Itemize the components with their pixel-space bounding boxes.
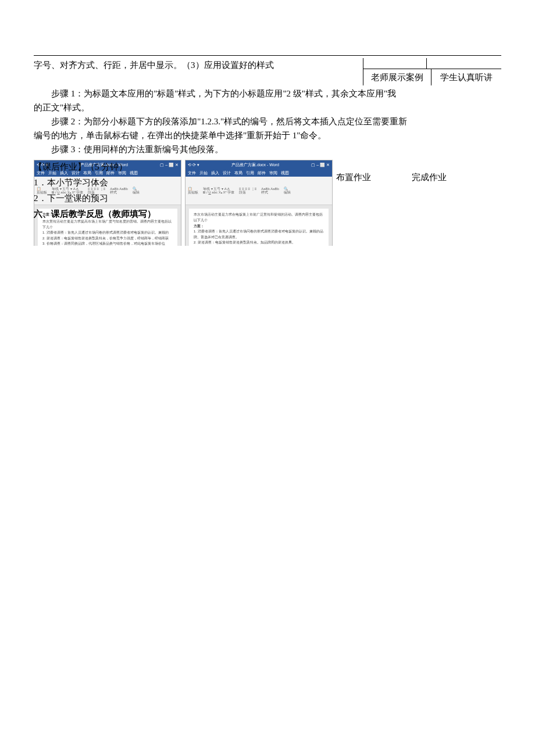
steps-block: 步骤 1：为标题文本应用的"标题"样式，为下方的小标题应用"2 级"样式，其余文…	[34, 87, 501, 156]
homework-side: 布置作业 完成作业	[336, 160, 501, 184]
finish-homework: 完成作业	[412, 170, 476, 184]
reflection-heading: 六、课后教学反思（教师填写）	[34, 207, 336, 221]
continuation-text: 字号、对齐方式、行距，并居中显示。（3）应用设置好的样式	[34, 58, 363, 85]
doc1-line2: 1. 消费者调查：首先人员通过市场问卷的形式调查消费者对电饭煲的认识。兼顾的	[42, 230, 173, 236]
header-row: 字号、对齐方式、行距，并居中显示。（3）应用设置好的样式 老师展示案例 学生认真…	[34, 58, 501, 85]
step-1-line-b: 的正文"样式。	[34, 101, 501, 114]
step-2-line-a: 步骤 2：为部分小标题下方的段落添加"1.2.3."样式的编号，然后将文本插入点…	[34, 114, 501, 128]
homework-title: 【课后作业】（5 分钟）	[34, 160, 336, 174]
side-table: 老师展示案例 学生认真听讲	[363, 58, 501, 85]
doc1-line4: 3. 价格调查：调查同类品牌，代理区域新品类与销售价格，对此电饭煲市场价位	[42, 241, 173, 246]
student-cell: 学生认真听讲	[431, 69, 501, 85]
homework-item-1: 1．本小节学习体会	[34, 175, 336, 189]
assign-homework: 布置作业	[336, 170, 412, 184]
foreground-text: 【课后作业】（5 分钟） 1．本小节学习体会 2．下一堂课的预习 六、课后教学反…	[34, 160, 336, 221]
step-2-line-b: 编号的地方，单击鼠标右键，在弹出的快捷菜单中选择"重新开始于 1"命令。	[34, 128, 501, 142]
teacher-cell: 老师展示案例	[363, 69, 431, 85]
doc1-line3: 2. 渠道调查：电饭煲销售渠道类型及特点，价格竞争力强度，经销商等，经销商获	[42, 236, 173, 242]
doc2-line2: 2. 渠道调查：电饭煲销售渠道类型及特点。如品牌间的渠道效果。	[194, 240, 324, 246]
homework-item-2: 2．下一堂课的预习	[34, 191, 336, 205]
step-1-line-a: 步骤 1：为标题文本应用的"标题"样式，为下方的小标题应用"2 级"样式，其余文…	[34, 87, 501, 101]
doc2-line1: 1. 消费者调查：首先人员通过市场问卷的形式调查消费者对电饭煲的认识。兼顾的品牌…	[194, 229, 324, 240]
doc2-sub: 方案：	[194, 224, 324, 230]
top-rule	[34, 55, 501, 56]
step-3: 步骤 3：使用同样的方法重新编号其他段落。	[34, 142, 501, 156]
